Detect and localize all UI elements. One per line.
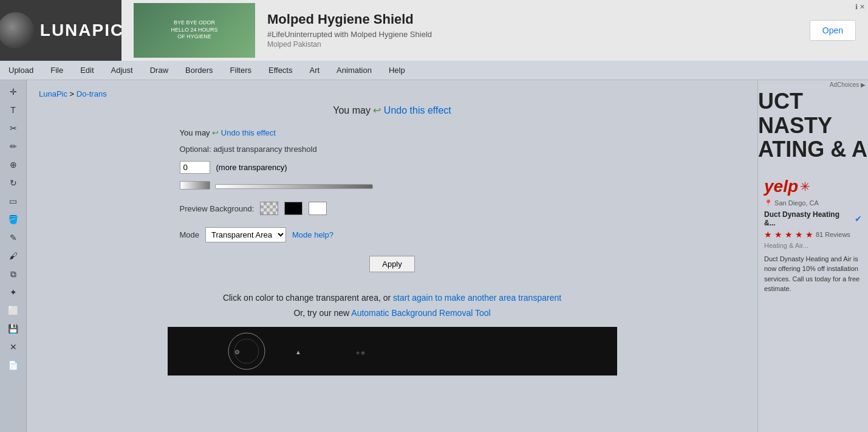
apply-row: Apply [180, 256, 605, 272]
main-layout: ✛T✂✏⊕↻▭🪣✎🖌⧉✦⬜💾✕📄 LunaPic > Do-trans You … [0, 80, 868, 432]
swatch-black[interactable] [284, 202, 302, 215]
yelp-text: yelp [764, 177, 798, 196]
optional-label: Optional: adjust transparancy threshold [180, 145, 605, 154]
svg-text:▲: ▲ [295, 349, 301, 355]
slider-color-bar [180, 181, 210, 190]
image-preview: ⚙ ▲ ◈ ◉ [168, 327, 617, 375]
ad-open-button[interactable]: Open [810, 20, 856, 41]
ad-text-area: Molped Hygiene Shield #LifeUninterrupted… [267, 12, 798, 49]
tool-crop[interactable]: ✂ [4, 120, 23, 137]
transparency-slider[interactable] [215, 184, 373, 189]
tool-stamp[interactable]: ✦ [4, 284, 23, 301]
breadcrumb-current[interactable]: Do-trans [77, 89, 107, 98]
click-start-again-link[interactable]: start again to make another area transpa… [393, 293, 561, 303]
tool-move[interactable]: ✛ [4, 83, 23, 100]
menu-item-animation[interactable]: Animation [328, 63, 380, 77]
preview-bg-label: Preview Background: [180, 204, 255, 213]
menu-item-upload[interactable]: Upload [0, 63, 42, 77]
breadcrumb: LunaPic > Do-trans [39, 89, 745, 98]
logo-text: LUNAPIC [40, 21, 124, 40]
tool-paint[interactable]: ✏ [4, 138, 23, 155]
svg-text:⚙: ⚙ [234, 349, 240, 355]
menu-item-filters[interactable]: Filters [222, 63, 260, 77]
breadcrumb-separator: > [67, 89, 77, 98]
mode-row: Mode Transparent AreaOpaque AreaFuzzy Se… [180, 227, 605, 242]
yelp-star-1: ★ [764, 230, 772, 239]
tool-page[interactable]: 📄 [4, 357, 23, 374]
menu-item-file[interactable]: File [42, 63, 72, 77]
yelp-verified-icon: ✔ [855, 214, 862, 224]
tool-layers[interactable]: ⧉ [4, 266, 23, 283]
tool-rectangle[interactable]: ▭ [4, 193, 23, 210]
ad-brand: Molped Pakistan [267, 40, 798, 49]
tool-close[interactable]: ✕ [4, 338, 23, 355]
undo-line-prefix: You may [180, 128, 213, 137]
right-ad-big-text: UCTNASTYATING & A [758, 89, 868, 162]
tool-rotate[interactable]: ↻ [4, 174, 23, 191]
menu-item-draw[interactable]: Draw [142, 63, 177, 77]
undo-top-link[interactable]: Undo this effect [384, 105, 451, 115]
undo-line-link[interactable]: Undo this effect [221, 128, 276, 137]
auto-bg-removal-link[interactable]: Automatic Background Removal Tool [351, 308, 490, 318]
yelp-reviews: 81 Reviews [816, 231, 850, 238]
menu-item-adjust[interactable]: Adjust [103, 63, 142, 77]
ad-title: Molped Hygiene Shield [267, 12, 798, 27]
preview-bg-row: Preview Background: [180, 202, 605, 215]
yelp-description: Duct Dynasty Heating and Air is now offe… [764, 254, 862, 294]
menu-item-help[interactable]: Help [380, 63, 414, 77]
yelp-star-2: ★ [774, 230, 782, 239]
menu-item-edit[interactable]: Edit [72, 63, 102, 77]
tool-erase[interactable]: ⬜ [4, 302, 23, 319]
right-sidebar: AdChoices ▶ UCTNASTYATING & A yelp ✳ 📍 S… [757, 80, 868, 432]
tool-fill[interactable]: 🪣 [4, 211, 23, 228]
mode-help-link[interactable]: Mode help? [292, 230, 333, 239]
undo-line: You may ↩ Undo this effect [180, 128, 605, 137]
menu-item-art[interactable]: Art [301, 63, 328, 77]
apply-button[interactable]: Apply [369, 256, 415, 272]
undo-top-icon: ↩ [373, 105, 383, 115]
yelp-logo: yelp ✳ [764, 177, 862, 196]
tool-eyedropper[interactable]: ✎ [4, 229, 23, 246]
logo-area: LUNAPIC [0, 0, 121, 61]
mode-label: Mode [180, 230, 200, 239]
click-instruction: Click on color to change transparent are… [223, 290, 561, 321]
swatch-white[interactable] [309, 202, 327, 215]
ad-choices: AdChoices ▶ [758, 80, 868, 89]
yelp-star-5: ★ [805, 230, 813, 239]
click-instruction-text1: Click on color to change transparent are… [223, 293, 393, 303]
yelp-star-4: ★ [795, 230, 803, 239]
tool-brush[interactable]: 🖌 [4, 247, 23, 264]
menu-item-borders[interactable]: Borders [177, 63, 222, 77]
undo-top-prefix: You may [333, 105, 373, 115]
ad-subtitle: #LifeUninterrupted with Molped Hygiene S… [267, 30, 798, 39]
threshold-hint: (more transparency) [216, 163, 287, 172]
yelp-location: 📍 San Diego, CA [764, 199, 862, 207]
content-area: LunaPic > Do-trans You may ↩ Undo this e… [27, 80, 757, 432]
tool-zoom[interactable]: ⊕ [4, 156, 23, 173]
image-preview-svg: ⚙ ▲ ◈ ◉ [174, 330, 611, 372]
ad-content: BYE BYE ODORHELLO 24 HOURSOF HYGIENE Mol… [121, 0, 868, 61]
left-toolbar: ✛T✂✏⊕↻▭🪣✎🖌⧉✦⬜💾✕📄 [0, 80, 27, 432]
svg-text:◈ ◉: ◈ ◉ [356, 350, 365, 355]
yelp-star-icon: ✳ [800, 179, 810, 194]
breadcrumb-lunapic[interactable]: LunaPic [39, 89, 67, 98]
effect-panel: You may ↩ Undo this effect Optional: adj… [180, 128, 605, 272]
tool-save[interactable]: 💾 [4, 320, 23, 337]
menu-item-effects[interactable]: Effects [260, 63, 301, 77]
click-instruction-text2: Or, try our new [293, 308, 351, 318]
threshold-row: 0 (more transparency) [180, 161, 605, 174]
ad-close-button[interactable]: ℹ ✕ [855, 3, 865, 11]
yelp-business: Duct Dynasty Heating &... [764, 210, 852, 227]
mode-select[interactable]: Transparent AreaOpaque AreaFuzzy Select [205, 227, 286, 242]
threshold-input[interactable]: 0 [180, 161, 210, 174]
yelp-stars-row: ★ ★ ★ ★ ★ 81 Reviews [764, 230, 862, 239]
logo-icon [0, 12, 34, 49]
swatch-checker[interactable] [260, 202, 278, 215]
right-ad-content: yelp ✳ 📍 San Diego, CA Duct Dynasty Heat… [758, 171, 868, 300]
tool-text[interactable]: T [4, 101, 23, 118]
yelp-star-3: ★ [785, 230, 793, 239]
undo-line-icon: ↩ [212, 128, 221, 137]
yelp-category: Heating & Air... [764, 242, 862, 249]
ad-image: BYE BYE ODORHELLO 24 HOURSOF HYGIENE [134, 3, 255, 58]
ad-bar: LUNAPIC BYE BYE ODORHELLO 24 HOURSOF HYG… [0, 0, 868, 61]
